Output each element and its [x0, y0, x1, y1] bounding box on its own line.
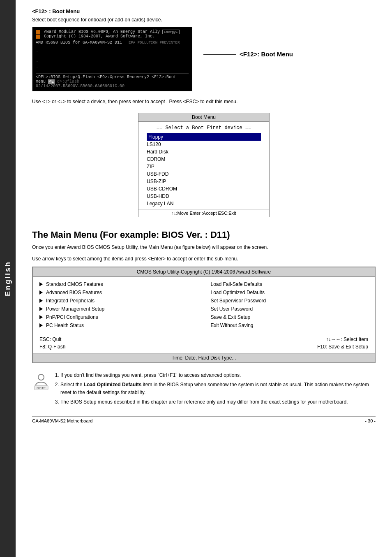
boot-menu-item[interactable]: USB-ZIP: [147, 178, 261, 185]
energy-star-badge: Energy★: [162, 30, 180, 34]
footer-left: GA-MA69VM-S2 Motherboard: [32, 418, 92, 423]
boot-menu-item[interactable]: ZIP: [147, 163, 261, 170]
f12-description: Select boot sequence for onboard (or add…: [32, 17, 376, 23]
cmos-item[interactable]: Advanced BIOS Features: [39, 288, 197, 297]
cmos-item[interactable]: PC Health Status: [39, 321, 197, 330]
sidebar: English: [0, 0, 16, 557]
main-menu-desc1: Once you enter Award BIOS CMOS Setup Uti…: [32, 244, 376, 251]
sidebar-label: English: [4, 261, 12, 296]
cmos-left-panel: Standard CMOS Features Advanced BIOS Fea…: [33, 277, 204, 333]
cmos-right-item[interactable]: Set User Password: [211, 305, 369, 313]
cmos-right-panel: Load Fail-Safe Defaults Load Optimized D…: [204, 277, 375, 333]
boot-menu-item[interactable]: USB-FDD: [147, 170, 261, 178]
cmos-item[interactable]: Integrated Peripherals: [39, 297, 197, 305]
cmos-left-item-label: PnP/PCI Configurations: [46, 314, 98, 320]
arrow-icon: [39, 299, 43, 303]
arrow-icon: [39, 315, 43, 319]
boot-menu-item[interactable]: Floppy: [147, 133, 261, 141]
note-item-1: If you don't find the settings you want,…: [60, 371, 376, 379]
cmos-esc-quit: ESC: Quit: [39, 337, 61, 342]
bios-line3: AMD RS690 BIOS for GA-MA69VM-S2 D11 EPA …: [36, 40, 189, 45]
cmos-item[interactable]: Power Management Setup: [39, 305, 197, 313]
cmos-right-item[interactable]: Load Fail-Safe Defaults: [211, 280, 369, 288]
boot-menu-box: Boot Menu == Select a Boot First device …: [138, 113, 270, 217]
boot-menu-header: == Select a Boot First device ==: [147, 125, 261, 131]
arrow-icon: [39, 323, 43, 327]
bios-screenshot: Award Modular BIOS v6.00PG, An Energy St…: [32, 27, 192, 91]
arrow-icon: [39, 290, 43, 295]
cmos-bottom-bar: Time, Date, Hard Disk Type...: [33, 353, 375, 362]
use-text: Use <↑> or <↓> to select a device, then …: [32, 99, 376, 104]
boot-menu-item[interactable]: LS120: [147, 141, 261, 148]
arrow-icon: [39, 307, 43, 311]
svg-point-0: [38, 374, 44, 380]
main-menu-title: The Main Menu (For example: BIOS Ver. : …: [32, 230, 376, 240]
note-item-2: Select the Load Optimized Defaults item …: [60, 381, 376, 397]
cmos-body: Standard CMOS Features Advanced BIOS Fea…: [33, 277, 375, 333]
bios-bottom-bar: <DEL>:BIOS Setup/Q-Flash <F9>:Xpress Rec…: [36, 73, 189, 84]
boot-menu-body: == Select a Boot First device == Floppy …: [138, 122, 269, 209]
bios-line2: Copyright (C) 1984-2007, Award Software,…: [36, 34, 189, 39]
main-menu-desc2: Use arrow keys to select among the items…: [32, 255, 376, 262]
boot-menu-title: Boot Menu: [138, 113, 269, 122]
f12-callout-label: <F12>: Boot Menu: [240, 51, 293, 58]
f12-section: <F12> : Boot Menu Select boot sequence f…: [32, 8, 376, 104]
cmos-box: CMOS Setup Utility-Copyright (C) 1984-20…: [32, 267, 376, 363]
cmos-left-item-label: Integrated Peripherals: [46, 298, 95, 304]
boot-menu-item[interactable]: Hard Disk: [147, 148, 261, 155]
note-section: NOTE If you don't find the settings you …: [32, 371, 376, 408]
f12-title: <F12> : Boot Menu: [32, 8, 376, 14]
cmos-left-item-label: Advanced BIOS Features: [46, 290, 102, 295]
boot-menu-item[interactable]: USB-CDROM: [147, 185, 261, 193]
boot-menu-item[interactable]: CDROM: [147, 155, 261, 163]
cmos-left-item-label: Standard CMOS Features: [46, 281, 103, 287]
cmos-title-bar: CMOS Setup Utility-Copyright (C) 1984-20…: [33, 267, 375, 277]
cmos-footer: ESC: Quit ↑↓→←: Select Item F8: Q-Flash …: [33, 333, 375, 353]
cmos-f10-save: F10: Save & Exit Setup: [317, 344, 368, 350]
cmos-item[interactable]: PnP/PCI Configurations: [39, 313, 197, 321]
bios-line1: Award Modular BIOS v6.00PG, An Energy St…: [36, 30, 189, 34]
f12-callout: <F12>: Boot Menu: [203, 51, 293, 58]
cmos-right-item[interactable]: Set Supervisor Password: [211, 297, 369, 305]
main-menu-section: The Main Menu (For example: BIOS Ver. : …: [32, 230, 376, 363]
boot-menu-container: Boot Menu == Select a Boot First device …: [32, 113, 376, 217]
cmos-footer-row2: F8: Q-Flash F10: Save & Exit Setup: [39, 343, 368, 350]
bios-bottom-line2: 02/14/2007-RS690V-SB600-6A669G01C-00: [36, 84, 189, 88]
note-item-3: The BIOS Setup menus described in this c…: [60, 398, 376, 406]
cmos-footer-row1: ESC: Quit ↑↓→←: Select Item: [39, 336, 368, 343]
svg-text:NOTE: NOTE: [37, 386, 46, 390]
cmos-right-item[interactable]: Load Optimized Defaults: [211, 288, 369, 297]
note-icon: NOTE: [32, 371, 51, 390]
arrow-icon: [39, 282, 43, 286]
cmos-left-item-label: PC Health Status: [46, 323, 84, 328]
note-text: If you don't find the settings you want,…: [55, 371, 376, 408]
footer-right: - 30 -: [365, 418, 376, 423]
boot-menu-item[interactable]: Legacy LAN: [147, 200, 261, 207]
boot-menu-item[interactable]: USB-HDD: [147, 193, 261, 200]
cmos-right-item[interactable]: Exit Without Saving: [211, 321, 369, 330]
cmos-right-item[interactable]: Save & Exit Setup: [211, 313, 369, 321]
cmos-left-item-label: Power Management Setup: [46, 306, 104, 312]
cmos-f8-qflash: F8: Q-Flash: [39, 344, 65, 350]
boot-menu-footer: ↑↓:Move Enter :Accept ESC:Exit: [138, 209, 269, 217]
cmos-select-item: ↑↓→←: Select Item: [326, 337, 368, 342]
page-footer: GA-MA69VM-S2 Motherboard - 30 -: [32, 416, 376, 423]
cmos-item[interactable]: Standard CMOS Features: [39, 280, 197, 288]
